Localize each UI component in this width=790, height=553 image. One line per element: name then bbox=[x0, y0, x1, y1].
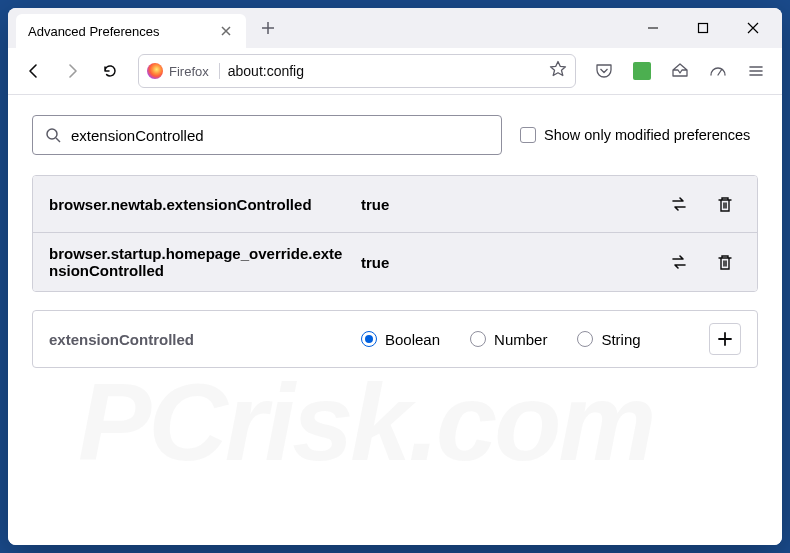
type-radio-group: Boolean Number String bbox=[361, 331, 697, 348]
app-menu-button[interactable] bbox=[740, 55, 772, 87]
radio-string[interactable]: String bbox=[577, 331, 640, 348]
radio-label: String bbox=[601, 331, 640, 348]
search-icon bbox=[45, 127, 61, 143]
url-text: about:config bbox=[228, 63, 541, 79]
tab-advanced-preferences[interactable]: Advanced Preferences bbox=[16, 14, 246, 48]
svg-rect-0 bbox=[699, 24, 708, 33]
titlebar: Advanced Preferences bbox=[8, 8, 782, 48]
identity-box[interactable]: Firefox bbox=[147, 63, 220, 79]
inbox-button[interactable] bbox=[664, 55, 696, 87]
navigation-toolbar: Firefox about:config bbox=[8, 48, 782, 95]
pref-value: true bbox=[361, 254, 651, 271]
toggle-button[interactable] bbox=[663, 188, 695, 220]
tab-title: Advanced Preferences bbox=[28, 24, 160, 39]
forward-button[interactable] bbox=[56, 55, 88, 87]
firefox-logo-icon bbox=[147, 63, 163, 79]
new-pref-name: extensionControlled bbox=[49, 331, 349, 348]
radio-number[interactable]: Number bbox=[470, 331, 547, 348]
radio-icon bbox=[361, 331, 377, 347]
new-pref-row: extensionControlled Boolean Number Strin… bbox=[32, 310, 758, 368]
radio-icon bbox=[577, 331, 593, 347]
config-table: browser.newtab.extensionControlled true … bbox=[32, 175, 758, 292]
config-row[interactable]: browser.newtab.extensionControlled true bbox=[33, 176, 757, 232]
config-row[interactable]: browser.startup.homepage_override.extens… bbox=[33, 232, 757, 291]
pocket-button[interactable] bbox=[588, 55, 620, 87]
extension-button[interactable] bbox=[626, 55, 658, 87]
close-window-button[interactable] bbox=[732, 12, 774, 44]
url-bar[interactable]: Firefox about:config bbox=[138, 54, 576, 88]
search-input[interactable] bbox=[71, 127, 489, 144]
about-config-page: Show only modified preferences browser.n… bbox=[8, 95, 782, 545]
bookmark-star-icon[interactable] bbox=[549, 60, 567, 82]
back-button[interactable] bbox=[18, 55, 50, 87]
close-tab-button[interactable] bbox=[218, 23, 234, 39]
watermark: PCrisk.com bbox=[78, 358, 732, 485]
identity-label: Firefox bbox=[169, 64, 209, 79]
pref-name: browser.startup.homepage_override.extens… bbox=[49, 245, 349, 279]
svg-point-1 bbox=[47, 129, 57, 139]
radio-label: Boolean bbox=[385, 331, 440, 348]
new-tab-button[interactable] bbox=[254, 14, 282, 42]
extension-icon bbox=[633, 62, 651, 80]
delete-button[interactable] bbox=[709, 246, 741, 278]
delete-button[interactable] bbox=[709, 188, 741, 220]
search-box[interactable] bbox=[32, 115, 502, 155]
window-controls bbox=[632, 12, 774, 44]
dashboard-button[interactable] bbox=[702, 55, 734, 87]
minimize-button[interactable] bbox=[632, 12, 674, 44]
radio-label: Number bbox=[494, 331, 547, 348]
radio-icon bbox=[470, 331, 486, 347]
maximize-button[interactable] bbox=[682, 12, 724, 44]
radio-boolean[interactable]: Boolean bbox=[361, 331, 440, 348]
pref-name: browser.newtab.extensionControlled bbox=[49, 196, 349, 213]
show-only-modified-checkbox[interactable]: Show only modified preferences bbox=[520, 127, 750, 143]
reload-button[interactable] bbox=[94, 55, 126, 87]
show-only-modified-label: Show only modified preferences bbox=[544, 127, 750, 143]
pref-value: true bbox=[361, 196, 651, 213]
checkbox-icon bbox=[520, 127, 536, 143]
add-pref-button[interactable] bbox=[709, 323, 741, 355]
toggle-button[interactable] bbox=[663, 246, 695, 278]
